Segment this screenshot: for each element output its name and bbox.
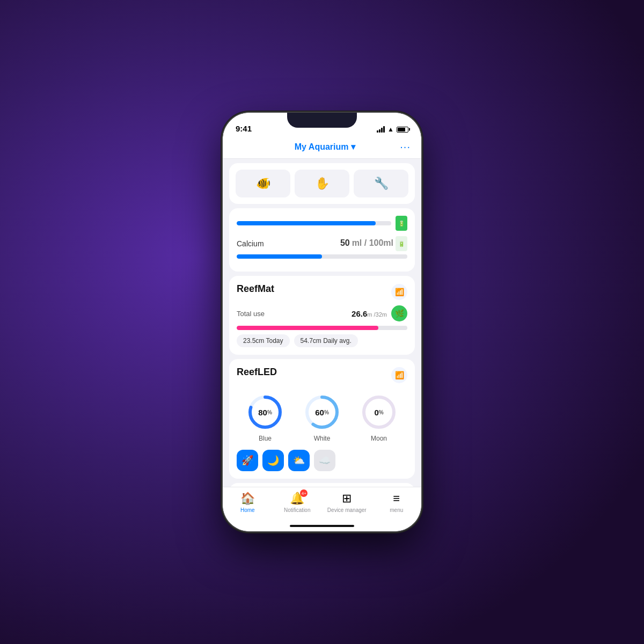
nav-notification[interactable]: 🔔 4+ Notification [273, 492, 323, 513]
device-manager-label: Device manager [327, 507, 367, 513]
led-ctrl-boost[interactable]: 🚀 [237, 450, 258, 471]
nav-home[interactable]: 🏠 Home [223, 492, 273, 513]
led-moon-label: Moon [371, 435, 387, 442]
signal-icon [377, 126, 385, 133]
reefmat-wifi-icon: 📶 [391, 284, 407, 300]
led-white-label: White [314, 435, 331, 442]
chevron-down-icon: ▾ [351, 142, 355, 152]
header-title[interactable]: My Aquarium ▾ [295, 142, 355, 152]
nav-menu[interactable]: ≡ menu [372, 492, 422, 513]
nav-device-manager[interactable]: ⊞ Device manager [322, 492, 372, 513]
reefmat-title: ReefMat [237, 283, 274, 295]
calcium-label: Calcium [237, 239, 264, 248]
calcium-bar [237, 254, 407, 259]
home-icon: 🏠 [240, 492, 255, 506]
notification-badge: 4+ [300, 489, 308, 497]
phone-frame: 9:41 ▲ My Aqu [223, 113, 421, 531]
status-icons: ▲ [377, 126, 408, 133]
led-ctrl-moon[interactable]: 🌙 [262, 450, 284, 471]
calcium-unit: ml / 100ml [352, 238, 393, 247]
home-indicator [290, 525, 354, 527]
roll-icon: 🌿 [391, 305, 407, 321]
led-white-value: 60% [303, 393, 341, 431]
led-blue-label: Blue [259, 435, 272, 442]
daily-avg-tag: 54.7cm Daily avg. [294, 334, 358, 347]
notification-icon-container: 🔔 4+ [290, 492, 304, 506]
home-label: Home [240, 507, 255, 513]
total-use-label: Total use [237, 310, 265, 318]
total-use-value: 26.6m /32m [352, 309, 387, 318]
reefmat-tags: 23.5cm Today 54.7cm Daily avg. [237, 334, 407, 347]
led-blue[interactable]: 80% Blue [246, 393, 284, 442]
led-controls: 🚀 🌙 ⛅ ☁️ [237, 450, 407, 471]
reefmat-bar [237, 326, 407, 330]
led-moon-value: 0% [360, 393, 398, 431]
reefled-title: ReefLED [237, 367, 277, 378]
menu-icon: ≡ [393, 492, 400, 506]
calcium-battery-icon: 🔋 [396, 236, 407, 251]
scroll-content: 🐠 ✋ 🔧 🔋 Calcium [223, 159, 421, 503]
hand-button[interactable]: ✋ [295, 170, 349, 197]
led-white[interactable]: 60% White [303, 393, 341, 442]
calcium-value: 50 ml / 100ml [340, 238, 393, 248]
wrench-button[interactable]: 🔧 [354, 170, 408, 197]
dosing-bar-1 [237, 221, 391, 225]
reefmat-card: ReefMat 📶 Total use 26.6m /32m 🌿 [229, 276, 415, 355]
menu-label: menu [390, 507, 403, 513]
notification-label: Notification [284, 507, 310, 513]
dosing-card: 🔋 Calcium 50 ml / 100ml 🔋 [229, 208, 415, 272]
device-manager-icon: ⊞ [342, 492, 352, 506]
notch [287, 113, 357, 128]
wifi-icon: ▲ [387, 126, 394, 133]
fish-button[interactable]: 🐠 [236, 170, 290, 197]
led-blue-value: 80% [246, 393, 284, 431]
battery-icon [397, 127, 408, 133]
battery-status-icon: 🔋 [396, 216, 407, 231]
reefled-card: ReefLED 📶 80% [229, 359, 415, 479]
reefled-wifi-icon: 📶 [391, 367, 407, 383]
status-time: 9:41 [236, 124, 252, 133]
today-tag: 23.5cm Today [237, 334, 290, 347]
aquarium-title: My Aquarium [295, 142, 349, 152]
led-circles: 80% Blue 60% [237, 389, 407, 444]
app-header: My Aquarium ▾ ··· [223, 136, 421, 159]
led-moon[interactable]: 0% Moon [360, 393, 398, 442]
led-ctrl-overcast[interactable]: ☁️ [314, 450, 335, 471]
led-ctrl-cloud[interactable]: ⛅ [288, 450, 310, 471]
quick-actions: 🐠 ✋ 🔧 [229, 163, 415, 204]
more-button[interactable]: ··· [400, 141, 411, 153]
